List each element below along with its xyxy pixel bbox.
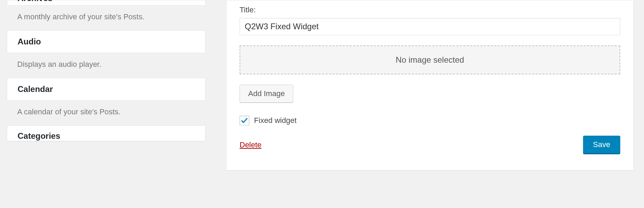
delete-link-label: Delete: [240, 141, 262, 149]
fixed-widget-label: Fixed widget: [254, 116, 297, 125]
widget-description-calendar: A calendar of your site's Posts.: [7, 101, 205, 125]
widget-settings-panel: Title: No image selected Add Image Fixed…: [226, 0, 634, 170]
fixed-widget-row: Fixed widget: [240, 116, 620, 125]
widget-title-calendar: Calendar: [7, 78, 205, 100]
widget-item-audio[interactable]: Audio: [7, 30, 205, 53]
widget-item-categories[interactable]: Categories: [7, 125, 205, 141]
delete-link[interactable]: Delete: [240, 141, 262, 149]
image-dropzone[interactable]: No image selected: [240, 45, 620, 74]
save-button[interactable]: Save: [583, 136, 620, 154]
fixed-widget-checkbox[interactable]: [240, 116, 249, 125]
widget-item-archives[interactable]: Archives: [7, 0, 205, 6]
add-image-button[interactable]: Add Image: [240, 85, 293, 103]
form-footer: Delete Save: [240, 136, 620, 154]
title-label: Title:: [240, 6, 620, 14]
page-container: Archives A monthly archive of your site'…: [0, 0, 644, 208]
image-dropzone-text: No image selected: [396, 55, 464, 64]
widget-description-audio: Displays an audio player.: [7, 53, 205, 78]
save-button-label: Save: [593, 140, 610, 149]
widget-title-audio: Audio: [7, 31, 205, 53]
widget-description-archives: A monthly archive of your site's Posts.: [7, 6, 205, 30]
available-widgets-column: Archives A monthly archive of your site'…: [0, 0, 212, 208]
widget-title-categories: Categories: [7, 126, 205, 141]
widget-settings-column: Title: No image selected Add Image Fixed…: [212, 0, 644, 208]
checkmark-icon: [241, 117, 248, 124]
title-input[interactable]: [240, 18, 620, 35]
widget-title-archives: Archives: [7, 0, 205, 5]
widget-item-calendar[interactable]: Calendar: [7, 78, 205, 101]
add-image-button-label: Add Image: [248, 89, 285, 98]
